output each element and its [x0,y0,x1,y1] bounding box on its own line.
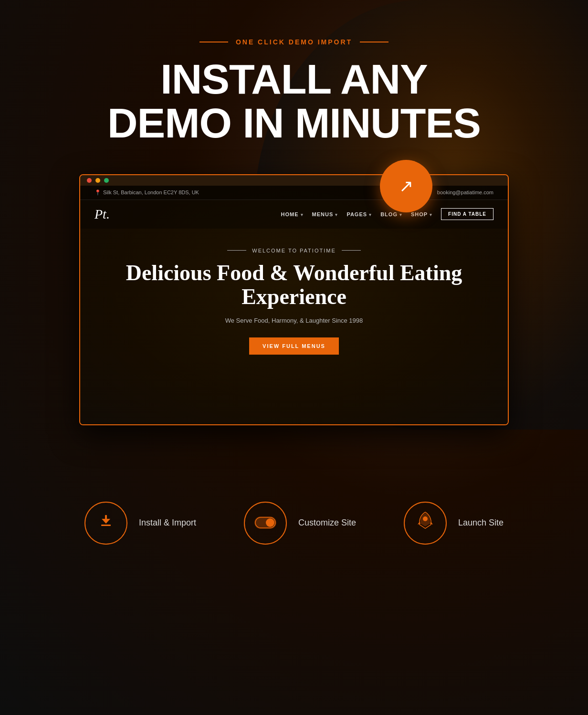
browser-dot-yellow [95,178,100,183]
top-label-row: ONE CLICK DEMO IMPORT [200,38,388,46]
install-label: Install & Import [139,518,196,528]
top-label-text: ONE CLICK DEMO IMPORT [236,38,352,46]
welcome-line-right [342,250,361,251]
site-hero-title: Delicious Food & Wonderful Eating Experi… [94,261,494,309]
svg-point-6 [423,516,428,521]
download-icon [96,511,116,535]
nav-blog[interactable]: BLOG ▾ [380,211,402,217]
site-cta-button[interactable]: VIEW FULL MENUS [249,337,339,355]
customize-icon-circle [244,502,287,545]
demo-screen-wrap: ↗ 📍 Silk St, Barbican, London EC2Y 8DS, … [79,174,509,425]
location-icon: 📍 [94,189,101,196]
launch-label: Launch Site [458,518,504,528]
site-topbar: 📍 Silk St, Barbican, London EC2Y 8DS, UK… [80,186,508,200]
feature-customize: Customize Site [244,502,356,545]
customize-label: Customize Site [298,518,356,528]
site-welcome-text: WELCOME TO PATIOTIME [252,248,336,253]
toggle-icon [254,513,276,533]
site-nav: Pt. HOME ▾ MENUS ▾ PAGES ▾ BLOG ▾ SHOP ▾… [80,200,508,229]
browser-frame: 📍 Silk St, Barbican, London EC2Y 8DS, UK… [79,174,509,425]
cursor-icon: ↗ [399,176,413,196]
svg-marker-2 [102,519,110,524]
click-demo-button[interactable]: ↗ [380,160,432,212]
website-content: 📍 Silk St, Barbican, London EC2Y 8DS, UK… [80,186,508,424]
site-welcome-label: WELCOME TO PATIOTIME [94,248,494,253]
svg-point-5 [266,518,274,527]
main-content: ONE CLICK DEMO IMPORT INSTALL ANY DEMO I… [0,0,588,573]
rocket-icon [417,511,434,535]
browser-topbar [80,175,508,186]
site-topbar-left: 📍 Silk St, Barbican, London EC2Y 8DS, UK [94,189,199,196]
top-label-line-right [360,42,388,42]
nav-home[interactable]: HOME ▾ [281,211,304,217]
install-icon-circle [84,502,127,545]
browser-dot-green [104,178,109,183]
browser-dot-red [87,178,92,183]
feature-launch: Launch Site [404,502,504,545]
launch-icon-circle [404,502,447,545]
site-hero: WELCOME TO PATIOTIME Delicious Food & Wo… [80,229,508,383]
site-logo: Pt. [94,207,110,222]
nav-pages[interactable]: PAGES ▾ [346,211,372,217]
find-table-button[interactable]: FIND A TABLE [441,208,494,220]
feature-install: Install & Import [84,502,196,545]
site-hero-subtitle: We Serve Food, Harmony, & Laughter Since… [94,317,494,324]
page-title: INSTALL ANY DEMO IN MINUTES [103,57,485,146]
nav-shop[interactable]: SHOP ▾ [411,211,432,217]
welcome-line-left [227,250,246,251]
svg-rect-0 [101,525,111,526]
site-address: Silk St, Barbican, London EC2Y 8DS, UK [103,189,199,195]
features-row: Install & Import Customize Site [84,483,504,573]
site-nav-links: HOME ▾ MENUS ▾ PAGES ▾ BLOG ▾ SHOP ▾ FIN… [281,208,494,220]
top-label-line-left [200,42,228,42]
nav-menus[interactable]: MENUS ▾ [312,211,338,217]
site-email: booking@patiatime.com [437,189,494,195]
